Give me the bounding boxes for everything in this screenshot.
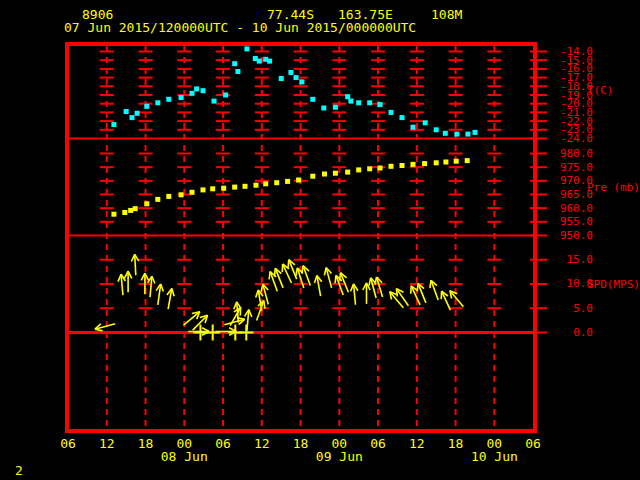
temp-tick-label: -24.0 (535, 133, 593, 144)
pressure-point (389, 164, 394, 169)
pressure-point (133, 206, 138, 211)
temp-point (454, 132, 459, 137)
pressure-point (411, 162, 416, 167)
temp-point (235, 69, 240, 74)
pressure-point (166, 194, 171, 199)
temp-point (321, 106, 326, 111)
pressure-point (367, 166, 372, 171)
wind-arrow (124, 271, 131, 292)
pressure-tick-label: 950.0 (535, 230, 593, 241)
wind-tick-label: 5.0 (535, 303, 593, 314)
wind-arrow (351, 284, 358, 305)
wind-arrow (269, 272, 277, 292)
pressure-point (465, 158, 470, 163)
pressure-point (190, 190, 195, 195)
temp-point (400, 115, 405, 120)
temp-point (232, 61, 237, 66)
wind-arrow (315, 275, 322, 296)
temp-point (389, 110, 394, 115)
temp-point (190, 91, 195, 96)
temp-point (367, 100, 372, 105)
wind-arrow (156, 284, 163, 305)
x-hour-label: 12 (253, 437, 271, 450)
pressure-point (333, 171, 338, 176)
x-hour-label: 12 (408, 437, 426, 450)
meteogram-screen: 8906 77.44S 163.75E 108M 07 Jun 2015/120… (0, 0, 640, 480)
pressure-point (155, 197, 160, 202)
temp-point (473, 130, 478, 135)
pressure-point (345, 170, 350, 175)
pressure-point (285, 179, 290, 184)
pressure-point (122, 210, 127, 215)
temp-point (179, 95, 184, 100)
pressure-point (179, 192, 184, 197)
temp-point (244, 46, 249, 51)
temp-point (223, 93, 228, 98)
pressure-point (263, 181, 268, 186)
temp-point (124, 109, 129, 114)
temp-point (348, 99, 353, 104)
temp-point (111, 122, 116, 127)
x-hour-label: 06 (214, 437, 232, 450)
wind-tick-label: 0.0 (535, 327, 593, 338)
temp-point (257, 59, 262, 64)
temp-point (201, 88, 206, 93)
wind-arrow (302, 266, 310, 286)
temp-point (166, 97, 171, 102)
wind-arrow (441, 291, 450, 310)
temp-point (434, 127, 439, 132)
pressure-point (128, 208, 133, 213)
temp-point (333, 105, 338, 110)
x-hour-label: 18 (447, 437, 465, 450)
temp-point (356, 100, 361, 105)
wind-unit-label: SPD(MPS) (587, 279, 640, 290)
pressure-tick-label: 965.0 (535, 189, 593, 200)
pressure-point (210, 186, 215, 191)
pressure-point (221, 186, 226, 191)
pressure-point (144, 201, 149, 206)
temp-point (155, 100, 160, 105)
wind-arrow (167, 289, 174, 310)
pressure-tick-label: 980.0 (535, 148, 593, 159)
pressure-point (422, 161, 427, 166)
wind-tick-label: 15.0 (535, 254, 593, 265)
temp-point (378, 102, 383, 107)
temp-point (411, 125, 416, 130)
wind-arrow (282, 264, 291, 283)
pressure-point (243, 184, 248, 189)
x-hour-label: 06 (369, 437, 387, 450)
temp-point (267, 59, 272, 64)
x-hour-label: 18 (292, 437, 310, 450)
wind-arrow (375, 277, 383, 297)
temp-point (345, 94, 350, 99)
wind-arrow (324, 268, 331, 288)
temp-point (299, 79, 304, 84)
temp-point (194, 86, 199, 91)
calm-marker (239, 325, 253, 341)
pressure-point (296, 178, 301, 183)
temp-point (212, 99, 217, 104)
pressure-point (254, 183, 259, 188)
wind-arrow (430, 280, 438, 300)
temp-point (130, 115, 135, 120)
wind-arrow (184, 312, 200, 326)
pressure-tick-label: 955.0 (535, 216, 593, 227)
temp-point (443, 131, 448, 136)
x-hour-label: 12 (98, 437, 116, 450)
pressure-tick-label: 970.0 (535, 175, 593, 186)
temp-point (288, 70, 293, 75)
pressure-point (274, 180, 279, 185)
pressure-point (322, 172, 327, 177)
x-hour-label: 06 (59, 437, 77, 450)
pressure-unit-label: Pre (mb) (587, 182, 640, 193)
pressure-point (310, 174, 315, 179)
temp-point (310, 97, 315, 102)
wind-tick-label: 10.0 (535, 278, 593, 289)
temp-point (465, 132, 470, 137)
wind-arrow (411, 286, 420, 305)
pressure-tick-label: 975.0 (535, 162, 593, 173)
wind-arrow (95, 324, 115, 331)
temp-point (135, 111, 140, 116)
pressure-point (434, 160, 439, 165)
x-date-label: 08 Jun (159, 450, 209, 463)
